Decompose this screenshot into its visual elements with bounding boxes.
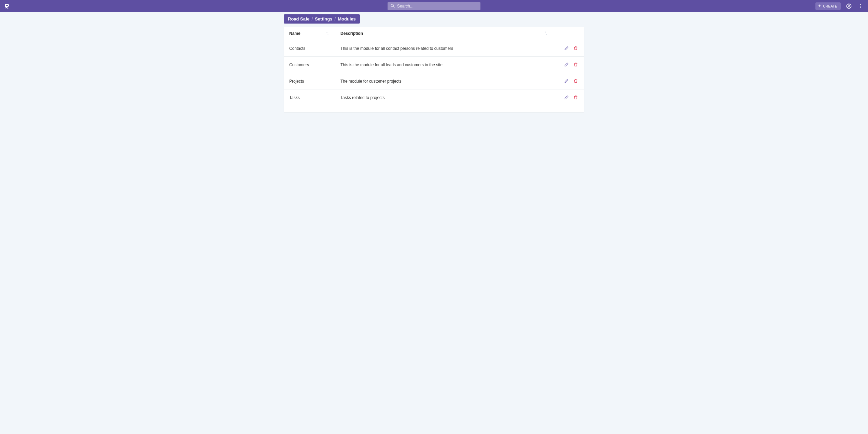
svg-point-8 xyxy=(860,8,861,8)
create-button[interactable]: CREATE xyxy=(815,2,841,10)
cell-description: The module for customer projects xyxy=(335,73,554,89)
create-button-label: CREATE xyxy=(823,4,837,8)
breadcrumb-item[interactable]: Modules xyxy=(338,16,356,22)
breadcrumb: Road Safe / Settings / Modules xyxy=(284,14,360,24)
column-header-label: Name xyxy=(289,31,300,36)
more-vert-icon[interactable] xyxy=(857,3,864,10)
svg-line-1 xyxy=(393,6,395,8)
svg-point-6 xyxy=(860,4,861,5)
cell-description: This is the module for all leads and cus… xyxy=(335,57,554,73)
svg-point-0 xyxy=(391,4,393,6)
delete-icon[interactable] xyxy=(573,61,579,68)
global-search[interactable] xyxy=(388,2,480,10)
modules-table: Name Description Contacts Th xyxy=(284,27,584,106)
svg-point-7 xyxy=(860,6,861,6)
cell-name: Customers xyxy=(284,57,335,73)
svg-point-5 xyxy=(848,5,850,6)
table-row: Customers This is the module for all lea… xyxy=(284,57,584,73)
plus-icon xyxy=(817,4,822,9)
edit-icon[interactable] xyxy=(563,45,570,51)
search-input[interactable] xyxy=(397,4,478,9)
table-row: Contacts This is the module for all cont… xyxy=(284,40,584,57)
table-row: Projects The module for customer project… xyxy=(284,73,584,89)
account-icon[interactable] xyxy=(845,3,852,10)
column-header-description[interactable]: Description xyxy=(335,27,554,40)
sort-icon[interactable] xyxy=(544,31,548,35)
modules-table-card: Name Description Contacts Th xyxy=(284,27,584,112)
cell-name: Projects xyxy=(284,73,335,89)
breadcrumb-item[interactable]: Settings xyxy=(315,16,332,22)
sort-icon[interactable] xyxy=(325,31,330,35)
table-row: Tasks Tasks related to projects xyxy=(284,89,584,106)
delete-icon[interactable] xyxy=(573,78,579,84)
delete-icon[interactable] xyxy=(573,94,579,100)
cell-description: Tasks related to projects xyxy=(335,89,554,106)
column-header-name[interactable]: Name xyxy=(284,27,335,40)
app-logo[interactable] xyxy=(4,3,10,9)
search-icon xyxy=(390,3,395,9)
edit-icon[interactable] xyxy=(563,94,570,100)
cell-name: Contacts xyxy=(284,40,335,57)
breadcrumb-separator: / xyxy=(312,16,313,22)
breadcrumb-item[interactable]: Road Safe xyxy=(288,16,310,22)
topbar: CREATE xyxy=(0,0,868,12)
cell-name: Tasks xyxy=(284,89,335,106)
edit-icon[interactable] xyxy=(563,78,570,84)
breadcrumb-separator: / xyxy=(335,16,336,22)
edit-icon[interactable] xyxy=(563,61,570,68)
cell-description: This is the module for all contact perso… xyxy=(335,40,554,57)
delete-icon[interactable] xyxy=(573,45,579,51)
column-header-label: Description xyxy=(340,31,363,36)
